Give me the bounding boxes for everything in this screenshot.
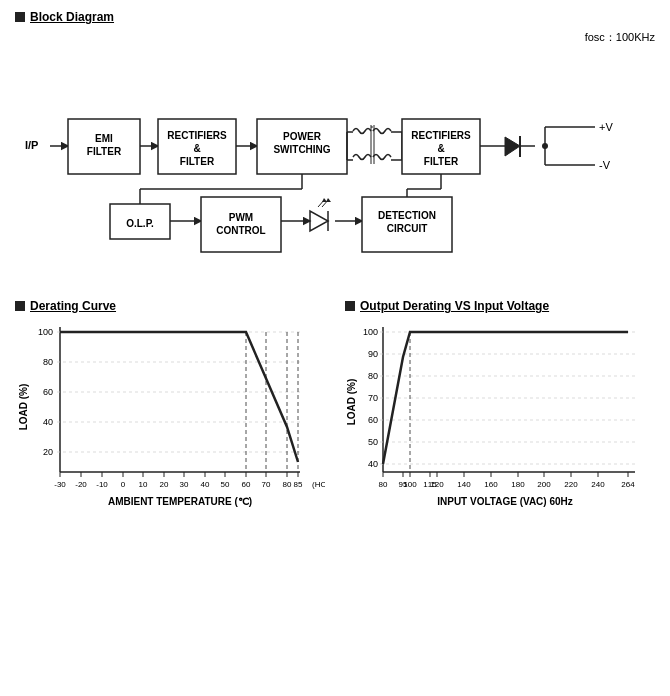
svg-marker-45: [310, 211, 328, 231]
svg-text:70: 70: [262, 480, 271, 489]
svg-text:&: &: [193, 143, 200, 154]
svg-text:SWITCHING: SWITCHING: [273, 144, 330, 155]
svg-text:200: 200: [537, 480, 551, 489]
svg-marker-50: [326, 198, 331, 202]
svg-text:LOAD (%): LOAD (%): [346, 379, 357, 426]
svg-text:60: 60: [242, 480, 251, 489]
svg-text:70: 70: [368, 393, 378, 403]
svg-text:85: 85: [294, 480, 303, 489]
output-derating-wrapper: 100 90 80 70 60 50 40 LOAD (%): [345, 317, 655, 512]
svg-text:FILTER: FILTER: [424, 156, 459, 167]
bottom-sections: Derating Curve 100 80 60 40 20: [15, 299, 655, 514]
svg-text:50: 50: [368, 437, 378, 447]
svg-text:EMI: EMI: [95, 133, 113, 144]
derating-curve-svg: 100 80 60 40 20 LOAD (%): [15, 317, 325, 512]
block-diagram-title: Block Diagram: [15, 10, 655, 24]
svg-text:90: 90: [368, 349, 378, 359]
svg-text:-20: -20: [75, 480, 87, 489]
svg-text:50: 50: [221, 480, 230, 489]
svg-marker-28: [505, 137, 520, 156]
fosc-label: fosc：100KHz: [15, 30, 655, 45]
svg-text:FILTER: FILTER: [180, 156, 215, 167]
svg-text:100: 100: [403, 480, 417, 489]
svg-text:-V: -V: [599, 159, 611, 171]
output-derating-title: Output Derating VS Input Voltage: [345, 299, 655, 313]
svg-text:40: 40: [43, 417, 53, 427]
svg-text:140: 140: [457, 480, 471, 489]
svg-text:60: 60: [43, 387, 53, 397]
svg-text:PWM: PWM: [229, 212, 253, 223]
svg-text:100: 100: [38, 327, 53, 337]
derating-curve-section: Derating Curve 100 80 60 40 20: [15, 299, 325, 514]
svg-text:160: 160: [484, 480, 498, 489]
svg-text:CONTROL: CONTROL: [216, 225, 265, 236]
svg-text:AMBIENT TEMPERATURE (℃): AMBIENT TEMPERATURE (℃): [108, 496, 252, 507]
svg-text:RECTIFIERS: RECTIFIERS: [411, 130, 471, 141]
svg-text:220: 220: [564, 480, 578, 489]
output-derating-section: Output Derating VS Input Voltage 100 90: [345, 299, 655, 514]
svg-text:80: 80: [43, 357, 53, 367]
derating-curve-title: Derating Curve: [15, 299, 325, 313]
output-derating-svg: 100 90 80 70 60 50 40 LOAD (%): [345, 317, 655, 512]
svg-text:FILTER: FILTER: [87, 146, 122, 157]
svg-text:DETECTION: DETECTION: [378, 210, 436, 221]
diagram-svg: I/P EMI FILTER RECTIFIERS & FILTER POWER…: [15, 49, 655, 279]
svg-text:60: 60: [368, 415, 378, 425]
svg-text:&: &: [437, 143, 444, 154]
svg-text:0: 0: [121, 480, 126, 489]
title-square-icon: [15, 12, 25, 22]
svg-text:100: 100: [363, 327, 378, 337]
block-diagram-area: I/P EMI FILTER RECTIFIERS & FILTER POWER…: [15, 49, 655, 279]
svg-text:264: 264: [621, 480, 635, 489]
block-diagram-section: Block Diagram fosc：100KHz I/P EMI FILTER…: [15, 10, 655, 279]
svg-text:10: 10: [139, 480, 148, 489]
svg-text:(HORIZONTAL): (HORIZONTAL): [312, 480, 325, 489]
svg-text:30: 30: [180, 480, 189, 489]
svg-text:I/P: I/P: [25, 139, 38, 151]
svg-text:20: 20: [43, 447, 53, 457]
svg-text:CIRCUIT: CIRCUIT: [387, 223, 428, 234]
svg-text:40: 40: [201, 480, 210, 489]
svg-text:POWER: POWER: [283, 131, 322, 142]
svg-text:-30: -30: [54, 480, 66, 489]
output-derating-square-icon: [345, 301, 355, 311]
svg-text:180: 180: [511, 480, 525, 489]
svg-text:20: 20: [160, 480, 169, 489]
svg-text:O.L.P.: O.L.P.: [126, 218, 154, 229]
derating-curve-wrapper: 100 80 60 40 20 LOAD (%): [15, 317, 325, 512]
svg-text:+V: +V: [599, 121, 613, 133]
svg-text:240: 240: [591, 480, 605, 489]
svg-text:80: 80: [379, 480, 388, 489]
svg-text:LOAD (%): LOAD (%): [18, 384, 29, 431]
svg-text:120: 120: [430, 480, 444, 489]
svg-text:80: 80: [368, 371, 378, 381]
svg-text:-10: -10: [96, 480, 108, 489]
svg-text:INPUT VOLTAGE (VAC) 60Hz: INPUT VOLTAGE (VAC) 60Hz: [437, 496, 573, 507]
svg-text:40: 40: [368, 459, 378, 469]
svg-text:80: 80: [283, 480, 292, 489]
svg-text:RECTIFIERS: RECTIFIERS: [167, 130, 227, 141]
derating-square-icon: [15, 301, 25, 311]
